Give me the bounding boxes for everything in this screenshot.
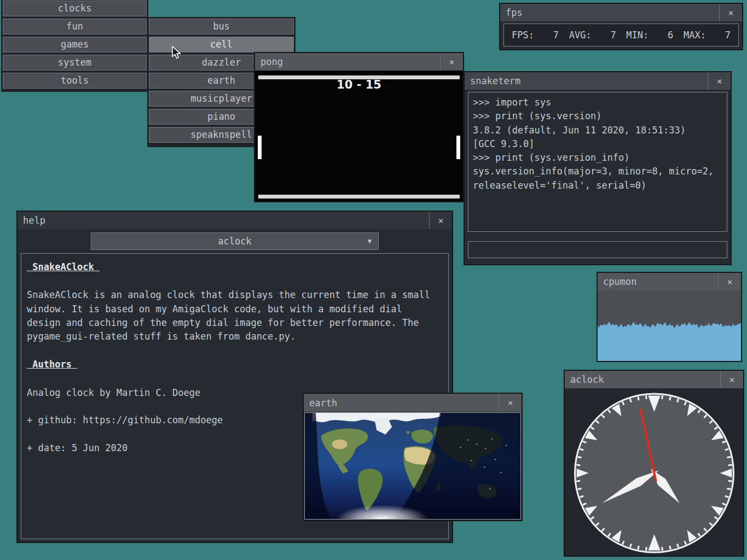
pong-score: 10 - 15 bbox=[255, 78, 463, 91]
menu-item-clocks[interactable]: clocks bbox=[3, 1, 147, 16]
fps-close-button[interactable]: × bbox=[719, 4, 742, 21]
desktop: clocks fun games system tools bus cell d… bbox=[0, 0, 747, 560]
earth-close-button[interactable]: × bbox=[499, 394, 522, 412]
terminal-output: >>> import sys >>> print (sys.version) 3… bbox=[468, 92, 727, 232]
cpu-usage-graph bbox=[598, 290, 741, 361]
aclock-titlebar[interactable]: aclock × bbox=[565, 371, 743, 388]
fps-title: fps bbox=[500, 4, 719, 21]
avg-label: AVG: bbox=[569, 30, 592, 40]
help-title: help bbox=[18, 212, 429, 229]
earth-window: earth × bbox=[303, 393, 523, 521]
fps-titlebar[interactable]: fps × bbox=[500, 4, 742, 21]
min-value: 6 bbox=[668, 30, 673, 40]
aclock-window: aclock × bbox=[564, 370, 744, 557]
snaketerm-titlebar[interactable]: snaketerm × bbox=[465, 72, 731, 90]
fps-window: fps × FPS:7 AVG:7 MIN:6 MAX:7 bbox=[499, 3, 743, 50]
cpumon-title: cpumon bbox=[598, 273, 718, 290]
pong-titlebar[interactable]: pong × bbox=[255, 53, 463, 71]
snaketerm-title: snaketerm bbox=[465, 72, 708, 90]
cpumon-titlebar[interactable]: cpumon × bbox=[598, 273, 741, 290]
pong-playfield: 10 - 15 bbox=[255, 71, 463, 201]
fps-stats: FPS:7 AVG:7 MIN:6 MAX:7 bbox=[503, 24, 739, 46]
help-titlebar[interactable]: help × bbox=[18, 212, 452, 229]
aclock-close-button[interactable]: × bbox=[720, 371, 743, 388]
help-heading-app: SnakeAClock bbox=[27, 260, 100, 274]
aclock-title: aclock bbox=[565, 371, 720, 388]
menu-item-system[interactable]: system bbox=[3, 55, 147, 71]
fps-label: FPS: bbox=[512, 30, 534, 40]
min-label: MIN: bbox=[626, 30, 648, 40]
pong-title: pong bbox=[255, 53, 440, 71]
snaketerm-window: snaketerm × >>> import sys >>> print (sy… bbox=[464, 71, 732, 265]
cpumon-close-button[interactable]: × bbox=[718, 273, 741, 290]
cpu-graph bbox=[598, 290, 741, 361]
earth-titlebar[interactable]: earth × bbox=[304, 394, 522, 412]
pong-window: pong × 10 - 15 bbox=[254, 52, 464, 202]
menu-item-bus[interactable]: bus bbox=[149, 19, 294, 34]
max-label: MAX: bbox=[684, 30, 706, 40]
help-close-button[interactable]: × bbox=[429, 212, 452, 229]
fps-value: 7 bbox=[553, 30, 559, 40]
pong-close-button[interactable]: × bbox=[440, 53, 463, 71]
analog-clock-face bbox=[565, 388, 743, 556]
terminal-input[interactable] bbox=[468, 241, 727, 258]
app-selector-value: aclock bbox=[218, 236, 251, 247]
snaketerm-close-button[interactable]: × bbox=[708, 72, 731, 90]
menu-item-games[interactable]: games bbox=[3, 37, 147, 52]
app-selector-dropdown[interactable]: aclock ▼ bbox=[91, 232, 379, 250]
pong-bottom-wall bbox=[258, 195, 460, 199]
earth-map bbox=[304, 412, 521, 520]
menu-item-cell[interactable]: cell bbox=[149, 37, 294, 52]
cpumon-window: cpumon × bbox=[597, 272, 742, 362]
menu-column-main: clocks fun games system tools bbox=[1, 0, 148, 92]
aclock-dial bbox=[565, 388, 743, 556]
max-value: 7 bbox=[725, 30, 731, 40]
pong-left-paddle bbox=[258, 136, 262, 159]
help-description: SnakeAClock is an analog clock that disp… bbox=[27, 288, 443, 343]
chevron-down-icon: ▼ bbox=[368, 233, 372, 249]
pong-right-paddle bbox=[456, 136, 460, 159]
earth-title: earth bbox=[304, 394, 499, 412]
menu-item-fun[interactable]: fun bbox=[3, 19, 147, 34]
avg-value: 7 bbox=[610, 30, 616, 40]
menu-item-tools[interactable]: tools bbox=[3, 73, 147, 89]
help-heading-authors: Authors bbox=[27, 358, 77, 371]
